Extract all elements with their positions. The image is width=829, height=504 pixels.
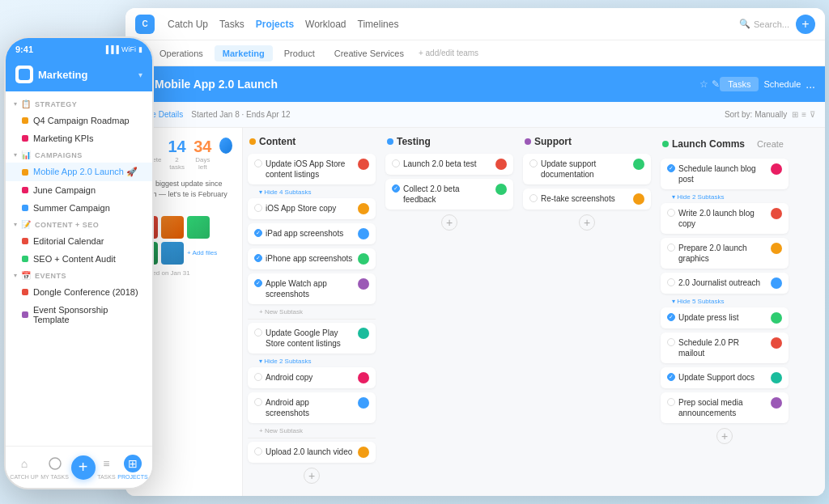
add-task-button[interactable]: + (304, 468, 320, 484)
task-checkbox[interactable] (254, 398, 262, 406)
add-center-button[interactable]: + (71, 455, 96, 480)
schedule-button[interactable]: Schedule (763, 79, 801, 89)
nav-timelines[interactable]: Timelines (358, 19, 399, 30)
task-card[interactable]: Android copy (248, 367, 376, 388)
task-checkbox[interactable] (254, 328, 262, 337)
phone-nav-mytasks[interactable]: MY TASKS (40, 455, 69, 480)
subtask-toggle[interactable]: ▾ Hide 5 Subtasks (661, 298, 789, 305)
new-subtask-button[interactable]: + New Subtask (248, 427, 376, 434)
task-card[interactable]: 2.0 Journalist outreach (661, 273, 789, 294)
nav-catch-up[interactable]: Catch Up (168, 19, 208, 30)
section-campaigns[interactable]: ▾ 📊 CAMPAIGNS (6, 147, 152, 163)
phone-chevron-icon[interactable]: ▾ (138, 70, 142, 79)
task-checkbox[interactable] (254, 373, 262, 381)
task-checkbox[interactable] (667, 338, 675, 346)
campaigns-icon: 📊 (21, 150, 31, 159)
task-checkbox[interactable] (254, 159, 262, 167)
attachment-5[interactable] (161, 242, 184, 265)
task-checkbox[interactable] (392, 184, 400, 193)
task-checkbox[interactable] (254, 447, 262, 455)
task-checkbox[interactable] (667, 398, 675, 406)
grid-view-icon[interactable]: ⊞ (792, 110, 798, 119)
task-card[interactable]: Android app screenshots (248, 392, 376, 423)
sort-label[interactable]: Sort by: Manually (725, 110, 787, 119)
task-card[interactable]: Re-take screenshots (523, 188, 651, 210)
task-card[interactable]: Launch 2.0 beta test (385, 154, 513, 175)
task-card[interactable]: Prepare 2.0 launch graphics (661, 238, 789, 269)
task-card[interactable]: Update Google Play Store content listing… (248, 323, 376, 354)
sidebar-item-event-sponsorship[interactable]: Event Sponsorship Template (6, 301, 152, 328)
sidebar-item-seo-audit[interactable]: SEO + Content Audit (6, 250, 152, 268)
subtask-toggle[interactable]: ▾ Hide 2 Subtasks (661, 193, 789, 201)
nav-projects[interactable]: Projects (256, 19, 294, 30)
section-events[interactable]: ▾ 📅 EVENTS (6, 268, 152, 283)
add-team-link[interactable]: + add/edit teams (419, 49, 478, 57)
list-view-icon[interactable]: ≡ (801, 110, 806, 119)
task-card[interactable]: iPad app screenshots (248, 223, 376, 244)
sidebar-item-mobile-launch[interactable]: Mobile App 2.0 Launch 🚀 (6, 163, 152, 181)
task-checkbox[interactable] (529, 159, 538, 167)
task-checkbox[interactable] (529, 194, 538, 202)
sidebar-item-june-campaign[interactable]: June Campaign (6, 181, 152, 199)
tab-creative-services[interactable]: Creative Services (326, 45, 412, 61)
task-checkbox[interactable] (254, 229, 262, 237)
task-card[interactable]: iPhone app screenshots (248, 248, 376, 269)
task-checkbox[interactable] (254, 254, 262, 262)
tab-marketing[interactable]: Marketing (215, 45, 273, 61)
task-card[interactable]: Update iOS App Store content listings (248, 154, 376, 184)
sidebar-item-editorial[interactable]: Editorial Calendar (6, 232, 152, 250)
attachment-2[interactable] (161, 216, 184, 239)
section-content-seo[interactable]: ▾ 📝 CONTENT + SEO (6, 217, 152, 232)
sidebar-item-dongle-conf[interactable]: Dongle Conference (2018) (6, 283, 152, 301)
tab-operations[interactable]: Operations (151, 45, 211, 61)
phone-nav-projects[interactable]: ⊞ PROJECTS (117, 455, 147, 480)
add-files-button[interactable]: + Add files (187, 249, 217, 256)
task-checkbox[interactable] (667, 373, 675, 381)
nav-tasks[interactable]: Tasks (219, 19, 244, 30)
phone-nav-add[interactable]: + (71, 455, 96, 480)
task-checkbox[interactable] (392, 159, 400, 167)
task-card[interactable]: Upload 2.0 launch video (248, 442, 376, 463)
subtask-toggle[interactable]: ▾ Hide 4 Subtasks (248, 188, 376, 196)
section-strategy[interactable]: ▾ 📋 STRATEGY (6, 96, 152, 112)
task-card[interactable]: Collect 2.0 beta feedback (385, 179, 513, 210)
sidebar-item-marketing-kpis[interactable]: Marketing KPIs (6, 129, 152, 147)
create-button[interactable]: Create (754, 136, 787, 152)
task-checkbox[interactable] (254, 279, 262, 287)
star-icon[interactable]: ☆ (699, 78, 708, 90)
phone-nav-tasks[interactable]: ≡ TASKS (97, 455, 115, 480)
tasks-view-button[interactable]: Tasks (720, 77, 759, 91)
task-card[interactable]: Apple Watch app screenshots (248, 273, 376, 304)
task-card[interactable]: Update press list (661, 307, 789, 328)
add-task-button[interactable]: + (441, 214, 457, 231)
task-checkbox[interactable] (667, 244, 675, 252)
task-checkbox[interactable] (667, 278, 675, 286)
task-card[interactable]: Update support documentation (523, 154, 651, 184)
task-checkbox[interactable] (667, 164, 675, 172)
new-subtask-button[interactable]: + New Subtask (248, 308, 376, 316)
main-content: 7 complete 14 2 tasks 34 Days left te th… (125, 128, 825, 496)
task-card[interactable]: Write 2.0 launch blog copy (661, 203, 789, 234)
search-box[interactable]: 🔍 Search... (739, 19, 789, 29)
task-card[interactable]: Prep social media announcements (661, 392, 789, 423)
task-checkbox[interactable] (667, 313, 675, 321)
phone-nav-catchup[interactable]: ⌂ CATCH UP (10, 455, 38, 480)
filter-icon[interactable]: ⊽ (810, 110, 815, 119)
sidebar-item-q4-roadmap[interactable]: Q4 Campaign Roadmap (6, 112, 152, 129)
add-task-button[interactable]: + (716, 428, 733, 444)
attachment-3[interactable] (187, 216, 210, 239)
task-card[interactable]: Schedule launch blog post (661, 159, 789, 189)
more-options-button[interactable]: ... (806, 78, 815, 91)
task-checkbox[interactable] (667, 209, 675, 217)
global-add-button[interactable]: + (796, 15, 815, 34)
edit-icon[interactable]: ✎ (712, 78, 720, 90)
task-card[interactable]: Schedule 2.0 PR mailout (661, 332, 789, 363)
tab-product[interactable]: Product (276, 45, 323, 61)
sidebar-item-summer-campaign[interactable]: Summer Campaign (6, 199, 152, 217)
add-task-button[interactable]: + (579, 214, 595, 231)
task-card[interactable]: iOS App Store copy (248, 198, 376, 219)
nav-workload[interactable]: Workload (305, 19, 346, 30)
subtask-toggle[interactable]: ▾ Hide 2 Subtasks (248, 358, 376, 365)
task-checkbox[interactable] (254, 204, 262, 212)
task-card[interactable]: Update Support docs (661, 367, 789, 388)
